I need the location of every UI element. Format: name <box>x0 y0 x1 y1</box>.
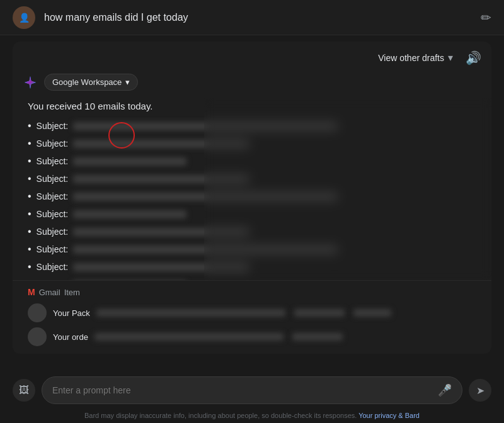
header: 👤 how many emails did I get today ✏ <box>0 0 504 35</box>
prompt-input-container[interactable]: 🎤 <box>42 376 462 404</box>
view-drafts-button[interactable]: View other drafts ▾ <box>373 49 458 66</box>
footer-text: Bard may display inaccurate info, includ… <box>84 412 357 419</box>
subject-label: Subject: <box>37 209 69 219</box>
gmail-item-blur <box>96 309 285 317</box>
image-upload-button[interactable]: 🖼 <box>13 379 35 402</box>
list-item: Your Pack <box>28 303 476 322</box>
gmail-item-text: Item <box>64 288 80 297</box>
main-content: View other drafts ▾ 🔊 G <box>0 35 504 354</box>
subject-blur <box>73 193 338 201</box>
header-query: how many emails did I get today <box>44 12 473 23</box>
gmail-item-label: Your Pack <box>53 308 90 318</box>
gmail-item-blur2 <box>294 309 345 317</box>
list-item: Subject: <box>28 226 476 237</box>
response-topbar: View other drafts ▾ 🔊 <box>13 42 491 71</box>
list-item: Subject: <box>28 279 476 280</box>
gmail-item-label: Your orde <box>53 332 88 342</box>
list-item: Subject: <box>28 244 476 255</box>
subject-label: Subject: <box>37 121 69 131</box>
workspace-label: Google Workspace <box>52 77 122 87</box>
gmail-item-blur <box>94 333 284 341</box>
prompt-input[interactable] <box>52 385 438 395</box>
email-list: Subject: Subject: Subject: Subject: Subj… <box>28 120 476 280</box>
edit-icon[interactable]: ✏ <box>481 10 491 25</box>
subject-label: Subject: <box>37 244 69 254</box>
response-body: You received 10 emails today. Subject: S… <box>13 98 491 280</box>
subject-blur <box>73 210 186 218</box>
workspace-chevron-icon: ▾ <box>125 77 130 87</box>
bottom-bar: 🖼 🎤 ➤ <box>0 376 504 404</box>
list-item: Subject: <box>28 261 476 273</box>
subject-label: Subject: <box>37 262 69 272</box>
gmail-items-list: Your Pack Your orde <box>28 303 476 346</box>
avatar: 👤 <box>13 6 35 29</box>
gmail-item-blur3 <box>353 309 391 317</box>
gmail-text: Gmail <box>39 288 60 297</box>
list-item: Subject: <box>28 173 476 184</box>
list-item: Subject: <box>28 191 476 202</box>
chevron-down-icon: ▾ <box>448 52 453 64</box>
subject-blur <box>73 157 186 166</box>
list-item: Your orde <box>28 327 476 346</box>
footer-disclaimer: Bard may display inaccurate info, includ… <box>0 412 504 419</box>
subject-blur <box>73 245 338 254</box>
speaker-icon[interactable]: 🔊 <box>466 50 481 65</box>
gmail-item-avatar <box>28 327 47 346</box>
view-drafts-label: View other drafts <box>378 53 444 63</box>
gmail-item-avatar <box>28 303 47 322</box>
bard-icon <box>23 75 38 90</box>
list-item: Subject: <box>28 120 476 132</box>
subject-blur <box>73 122 338 130</box>
subject-label: Subject: <box>37 156 69 166</box>
subject-blur <box>73 228 249 236</box>
response-panel: View other drafts ▾ 🔊 G <box>13 42 491 354</box>
subject-label: Subject: <box>37 138 69 149</box>
privacy-link[interactable]: Your privacy & Bard <box>358 412 420 419</box>
subject-blur <box>73 140 249 148</box>
topbar-right: View other drafts ▾ 🔊 <box>373 49 481 66</box>
gmail-section: M Gmail Item Your Pack Your orde <box>13 280 491 354</box>
subject-label: Subject: <box>37 279 69 280</box>
gmail-icon: M <box>28 287 35 297</box>
list-item: Subject: <box>28 155 476 167</box>
list-item: Subject: <box>28 138 476 149</box>
gmail-item-blur2 <box>292 333 343 341</box>
list-item: Subject: <box>28 208 476 220</box>
gmail-label: M Gmail Item <box>28 287 476 297</box>
intro-text: You received 10 emails today. <box>28 101 476 111</box>
send-button[interactable]: ➤ <box>469 379 491 402</box>
subject-label: Subject: <box>37 227 69 237</box>
subject-label: Subject: <box>37 191 69 201</box>
subject-label: Subject: <box>37 174 69 184</box>
subject-blur <box>73 263 249 271</box>
microphone-icon[interactable]: 🎤 <box>438 383 452 397</box>
subject-blur <box>73 175 249 183</box>
workspace-row: Google Workspace ▾ <box>13 71 491 98</box>
workspace-selector[interactable]: Google Workspace ▾ <box>44 74 138 91</box>
